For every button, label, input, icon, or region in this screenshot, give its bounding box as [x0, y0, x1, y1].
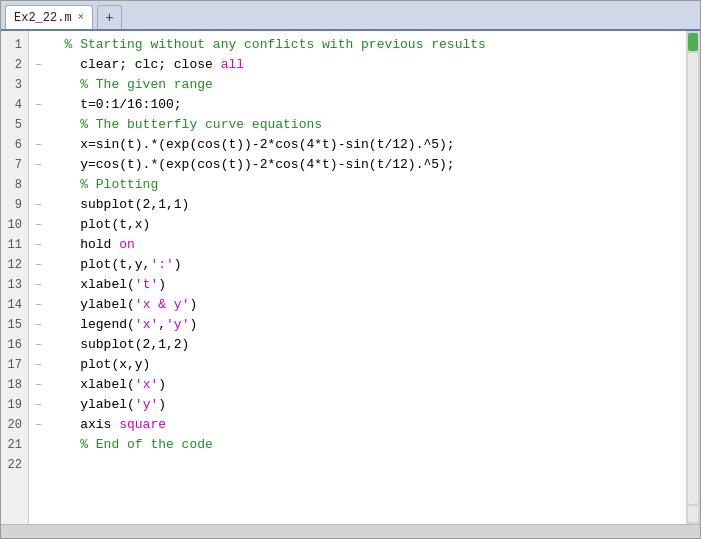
editor-area: 12345678910111213141516171819202122 % St…: [1, 31, 700, 524]
line-content: xlabel('t'): [49, 275, 680, 295]
line-content: xlabel('x'): [49, 375, 680, 395]
code-line: – t=0:1/16:100;: [35, 95, 680, 115]
token: ): [158, 397, 166, 412]
token: on: [119, 237, 135, 252]
line-content: % Starting without any conflicts with pr…: [49, 35, 680, 55]
line-content: t=0:1/16:100;: [49, 95, 680, 115]
code-line: – clear; clc; close all: [35, 55, 680, 75]
code-line: [35, 455, 680, 475]
code-line: – xlabel('x'): [35, 375, 680, 395]
line-content: % End of the code: [49, 435, 680, 455]
code-line: – plot(t,y,':'): [35, 255, 680, 275]
line-dash: –: [35, 55, 49, 75]
tab-bar: Ex2_22.m × +: [1, 1, 700, 31]
line-content: clear; clc; close all: [49, 55, 680, 75]
code-line: % End of the code: [35, 435, 680, 455]
tab-add-button[interactable]: +: [97, 5, 121, 29]
token: 'x': [135, 377, 158, 392]
line-dash: –: [35, 335, 49, 355]
token: % The butterfly curve equations: [49, 117, 322, 132]
token: all: [221, 57, 244, 72]
token: ylabel(: [49, 297, 135, 312]
line-number: 4: [15, 95, 22, 115]
token: hold: [49, 237, 119, 252]
code-area[interactable]: % Starting without any conflicts with pr…: [29, 31, 686, 524]
line-dash: –: [35, 315, 49, 335]
line-content: axis square: [49, 415, 680, 435]
token: % The given range: [49, 77, 213, 92]
line-number: 20: [8, 415, 22, 435]
line-content: y=cos(t).*(exp(cos(t))-2*cos(4*t)-sin(t/…: [49, 155, 680, 175]
code-line: % Starting without any conflicts with pr…: [35, 35, 680, 55]
line-number: 21: [8, 435, 22, 455]
line-content: plot(t,x): [49, 215, 680, 235]
line-number: 10: [8, 215, 22, 235]
code-line: – x=sin(t).*(exp(cos(t))-2*cos(4*t)-sin(…: [35, 135, 680, 155]
token: % End of the code: [49, 437, 213, 452]
token: x=sin(t).*(exp(cos(t))-2*cos(4*t)-sin(t/…: [49, 137, 455, 152]
token: ): [158, 377, 166, 392]
line-number: 6: [15, 135, 22, 155]
line-content: legend('x','y'): [49, 315, 680, 335]
code-line: – subplot(2,1,2): [35, 335, 680, 355]
line-dash: –: [35, 395, 49, 415]
editor-window: Ex2_22.m × + 123456789101112131415161718…: [0, 0, 701, 539]
line-number: 1: [15, 35, 22, 55]
line-number: 5: [15, 115, 22, 135]
line-content: plot(t,y,':'): [49, 255, 680, 275]
code-line: – legend('x','y'): [35, 315, 680, 335]
line-number: 7: [15, 155, 22, 175]
token: 't': [135, 277, 158, 292]
line-content: ylabel('x & y'): [49, 295, 680, 315]
line-numbers: 12345678910111213141516171819202122: [1, 31, 29, 524]
line-dash: –: [35, 275, 49, 295]
code-line: – plot(x,y): [35, 355, 680, 375]
token: % Starting without any conflicts with pr…: [49, 37, 486, 52]
line-dash: –: [35, 255, 49, 275]
token: 'y': [135, 397, 158, 412]
line-dash: –: [35, 135, 49, 155]
line-number: 12: [8, 255, 22, 275]
line-number: 11: [8, 235, 22, 255]
token: clear; clc; close: [49, 57, 221, 72]
code-line: % The given range: [35, 75, 680, 95]
editor-tab[interactable]: Ex2_22.m ×: [5, 5, 93, 29]
line-content: x=sin(t).*(exp(cos(t))-2*cos(4*t)-sin(t/…: [49, 135, 680, 155]
code-line: – axis square: [35, 415, 680, 435]
tab-close-button[interactable]: ×: [78, 12, 85, 23]
token: ,: [158, 317, 166, 332]
token: axis: [49, 417, 119, 432]
line-number: 19: [8, 395, 22, 415]
token: 'x': [135, 317, 158, 332]
line-dash: –: [35, 195, 49, 215]
token: y=cos(t).*(exp(cos(t))-2*cos(4*t)-sin(t/…: [49, 157, 455, 172]
tab-filename: Ex2_22.m: [14, 11, 72, 25]
token: square: [119, 417, 166, 432]
line-content: hold on: [49, 235, 680, 255]
line-content: ylabel('y'): [49, 395, 680, 415]
line-number: 18: [8, 375, 22, 395]
bottom-scrollbar[interactable]: [1, 524, 700, 538]
token: xlabel(: [49, 377, 135, 392]
line-content: subplot(2,1,1): [49, 195, 680, 215]
token: 'x & y': [135, 297, 190, 312]
line-number: 15: [8, 315, 22, 335]
code-line: % Plotting: [35, 175, 680, 195]
line-number: 13: [8, 275, 22, 295]
line-dash: –: [35, 415, 49, 435]
token: subplot(2,1,2): [49, 337, 189, 352]
line-content: subplot(2,1,2): [49, 335, 680, 355]
token: 'y': [166, 317, 189, 332]
line-number: 8: [15, 175, 22, 195]
code-line: – ylabel('y'): [35, 395, 680, 415]
line-dash: –: [35, 155, 49, 175]
code-line: – ylabel('x & y'): [35, 295, 680, 315]
token: xlabel(: [49, 277, 135, 292]
scrollbar[interactable]: [686, 31, 700, 524]
token: ':': [150, 257, 173, 272]
line-number: 9: [15, 195, 22, 215]
line-number: 2: [15, 55, 22, 75]
token: % Plotting: [49, 177, 158, 192]
code-line: – subplot(2,1,1): [35, 195, 680, 215]
token: ): [174, 257, 182, 272]
